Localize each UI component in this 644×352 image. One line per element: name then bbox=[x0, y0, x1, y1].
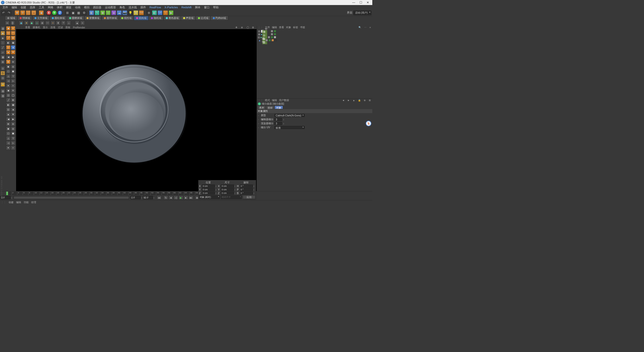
coord-system-button[interactable]: ⊞ bbox=[65, 10, 70, 15]
lock-icon[interactable]: 🔒 bbox=[357, 99, 361, 102]
palette-球体域[interactable]: 球体域 bbox=[17, 16, 32, 20]
modeling-tool-2-1[interactable]: ⊞ bbox=[11, 36, 15, 40]
coord-size-Z[interactable]: 0 cm bbox=[221, 192, 234, 195]
tool-icon[interactable]: ═ bbox=[5, 21, 10, 25]
render-region-button[interactable]: ▦ bbox=[76, 10, 81, 15]
modeling-tool-22-0[interactable]: ⬡ bbox=[6, 131, 11, 136]
play-button[interactable]: ▶ bbox=[179, 196, 183, 200]
viewport-rotate-icon[interactable]: ◯ bbox=[247, 26, 250, 29]
menu-选择[interactable]: 选择 bbox=[28, 5, 37, 10]
tool-icon[interactable]: fx bbox=[80, 21, 85, 25]
mograph-button[interactable]: ⊛ bbox=[146, 10, 151, 15]
tool-icon[interactable]: ▲ bbox=[75, 21, 79, 25]
menu-RealFlow[interactable]: RealFlow bbox=[148, 5, 163, 9]
menu-Redshift[interactable]: Redshift bbox=[180, 5, 193, 9]
coord-rot-X[interactable]: 0 ° bbox=[240, 185, 253, 188]
object-row[interactable]: ⊟●细分曲面 bbox=[257, 36, 372, 39]
menu-动画[interactable]: 动画 bbox=[73, 5, 82, 10]
object-row[interactable]: ▲旋转 bbox=[257, 39, 372, 42]
modeling-tool-0-0[interactable]: ◆ bbox=[6, 26, 11, 31]
menu-运动图形[interactable]: 运动图形 bbox=[103, 5, 117, 10]
menu-文件[interactable]: 文件 bbox=[1, 5, 10, 10]
menu-模拟[interactable]: 模拟 bbox=[83, 5, 91, 10]
viewport-menu-ProRender[interactable]: ProRender bbox=[73, 26, 85, 29]
modeling-tool-8-1[interactable]: ◎ bbox=[11, 64, 15, 69]
palette-Python域[interactable]: Python域 bbox=[211, 16, 228, 20]
modeling-tool-13-0[interactable]: ◆ bbox=[6, 88, 11, 93]
tool-icon[interactable]: 〰 bbox=[45, 21, 50, 25]
modeling-tool-14-1[interactable]: ◯ bbox=[11, 93, 15, 98]
cube-primitive-button[interactable]: ◧ bbox=[89, 10, 94, 15]
goto-end-button[interactable]: ⏭ bbox=[189, 196, 193, 200]
timeline[interactable]: 0246810121416182022242628303234363840424… bbox=[0, 191, 372, 195]
coord-size-Y[interactable]: 0 cm bbox=[221, 188, 234, 191]
viewport-menu-过滤[interactable]: 过滤 bbox=[58, 26, 63, 29]
modeling-tool-19-0[interactable]: ◀ bbox=[6, 117, 11, 121]
object-mode[interactable]: ◆ bbox=[1, 31, 5, 35]
qr-button[interactable]: QR bbox=[157, 10, 163, 15]
rotate-tool[interactable]: ◯ bbox=[31, 10, 36, 15]
layout-combo[interactable]: 启动 (用户) bbox=[353, 11, 371, 15]
attr-field-细分 UV[interactable]: 标准▾ bbox=[274, 126, 305, 129]
palette-公式域[interactable]: 公式域 bbox=[196, 16, 211, 20]
model-mode[interactable]: ▧ bbox=[1, 26, 5, 31]
modeling-tool-12-0[interactable]: ✦ bbox=[6, 83, 11, 88]
prev-key-button[interactable]: ◄ bbox=[169, 196, 173, 200]
select-tool[interactable]: ✥ bbox=[15, 10, 20, 15]
axis-z-toggle[interactable]: Z bbox=[57, 10, 62, 15]
axis-y-toggle[interactable]: Y bbox=[52, 10, 57, 15]
palette-立方体域[interactable]: 立方体域 bbox=[32, 16, 50, 20]
modeling-tool-17-0[interactable]: ⊡ bbox=[6, 107, 11, 112]
modeling-tool-25-1[interactable]: ✧ bbox=[11, 146, 15, 150]
loop-button[interactable]: ↻ bbox=[164, 196, 168, 200]
attr-field-编辑器细分[interactable]: 3 bbox=[274, 118, 282, 121]
minimize-button[interactable]: — bbox=[350, 0, 357, 5]
menu-工具[interactable]: 工具 bbox=[37, 5, 46, 10]
menu-跟踪器[interactable]: 跟踪器 bbox=[92, 5, 103, 10]
modeling-tool-9-0[interactable]: ⬡ bbox=[6, 69, 11, 74]
modeling-tool-4-1[interactable]: ◈ bbox=[11, 45, 15, 50]
viewport-menu-选项[interactable]: 选项 bbox=[50, 26, 55, 29]
move-tool[interactable]: ✛ bbox=[20, 10, 25, 15]
am-menu-用户数据[interactable]: 用户数据 bbox=[279, 99, 289, 102]
modeling-tool-23-0[interactable]: △ bbox=[6, 136, 11, 141]
modeling-tool-2-0[interactable]: ╱ bbox=[6, 36, 11, 40]
menu-帮助[interactable]: 帮助 bbox=[212, 5, 220, 10]
modeling-tool-24-0[interactable]: ◁ bbox=[6, 141, 11, 145]
layout-icon[interactable]: ≡ bbox=[369, 26, 371, 29]
menu-流水线[interactable]: 流水线 bbox=[127, 5, 138, 10]
environment-button[interactable]: ☁ bbox=[117, 10, 122, 15]
palette-声音域[interactable]: 声音域 bbox=[181, 16, 196, 20]
modeling-tool-6-0[interactable]: ◀ bbox=[6, 55, 11, 59]
modeling-tool-3-0[interactable]: ◐ bbox=[6, 40, 11, 45]
menu-网格[interactable]: 网格 bbox=[46, 5, 55, 10]
attr-tab-基本[interactable]: 基本 bbox=[257, 106, 266, 109]
modeling-tool-5-0[interactable]: ▲ bbox=[6, 50, 11, 55]
modeling-tool-20-1[interactable]: ⊖ bbox=[11, 122, 15, 126]
modeling-tool-5-1[interactable]: ▼ bbox=[11, 50, 15, 55]
viewport-menu-摄像机[interactable]: 摄像机 bbox=[33, 26, 40, 29]
attr-field-类型[interactable]: Catmull-Clark(N-Gons)▾ bbox=[274, 114, 305, 117]
modeling-tool-7-0[interactable]: ⊕ bbox=[6, 60, 11, 64]
modeling-tool-1-0[interactable]: ◫ bbox=[6, 31, 11, 35]
modeling-tool-11-1[interactable]: ▷ bbox=[11, 79, 15, 83]
tool-icon[interactable]: ⊤ bbox=[61, 21, 66, 25]
om-menu-编辑[interactable]: 编辑 bbox=[272, 26, 277, 29]
axis-x-toggle[interactable]: X bbox=[46, 10, 51, 15]
modeling-tool-18-1[interactable]: ▼ bbox=[11, 112, 15, 117]
snap-settings[interactable]: S bbox=[1, 71, 5, 75]
tool-icon[interactable]: ⬆ bbox=[56, 21, 60, 25]
character-button[interactable]: ♀ bbox=[163, 10, 168, 15]
om-menu-书签[interactable]: 书签 bbox=[300, 26, 305, 29]
attr-tab-对象[interactable]: 对象 bbox=[274, 106, 283, 109]
object-tree[interactable]: ⊟⬜空白⊞●容器⊟●细分曲面▲旋转 bbox=[257, 29, 372, 98]
modeling-tool-22-1[interactable]: ⬢ bbox=[11, 131, 15, 136]
modeling-tool-7-1[interactable]: ⊖ bbox=[11, 60, 15, 64]
modeling-tool-16-1[interactable]: ▦ bbox=[11, 103, 15, 107]
material-menu-创建[interactable]: 创建 bbox=[9, 201, 14, 204]
menu-角色[interactable]: 角色 bbox=[118, 5, 127, 10]
material-menu-功能[interactable]: 功能 bbox=[24, 201, 29, 204]
menu-窗口[interactable]: 窗口 bbox=[203, 5, 211, 10]
tool-icon[interactable]: ✧ bbox=[51, 21, 55, 25]
palette-域域[interactable]: 域域 bbox=[5, 16, 17, 20]
